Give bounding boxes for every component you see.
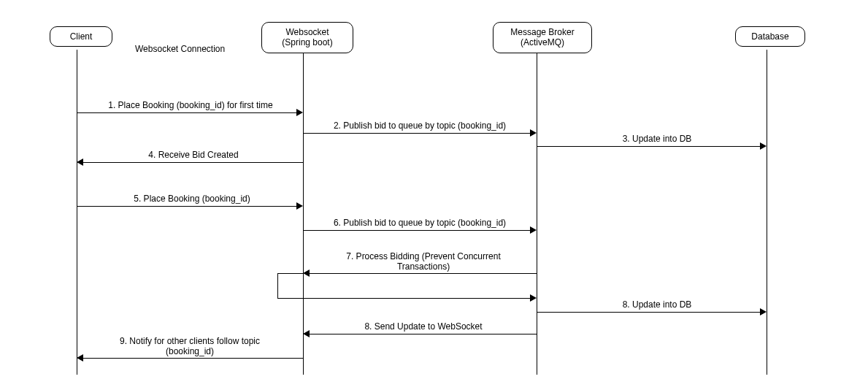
- msg-4-line: [83, 162, 303, 163]
- msg-1-arrow: [296, 109, 303, 116]
- msg-5-arrow: [296, 202, 303, 210]
- msg-8a-line: [537, 312, 760, 313]
- self-loop-vert: [277, 273, 278, 298]
- msg-6-label: 6. Publish bid to queue by topic (bookin…: [329, 218, 511, 228]
- msg-4-label: 4. Receive Bid Created: [146, 150, 241, 160]
- msg-3-arrow: [760, 142, 767, 150]
- lifeline-database: [767, 50, 767, 375]
- msg-1-label: 1. Place Booking (booking_id) for first …: [107, 100, 274, 110]
- lifeline-client: [77, 50, 77, 375]
- msg-7-label: 7. Process Bidding (Prevent Concurrent T…: [343, 251, 504, 272]
- lifeline-broker: [537, 53, 537, 375]
- msg-2-label: 2. Publish bid to queue by topic (bookin…: [329, 121, 511, 131]
- msg-7-arrow: [303, 269, 310, 277]
- msg-8b-label: 8. Send Update to WebSocket: [358, 321, 489, 332]
- msg-3-label: 3. Update into DB: [613, 134, 701, 144]
- msg-1-line: [77, 112, 296, 113]
- msg-7b-line: [303, 298, 530, 299]
- actor-websocket: Websocket (Spring boot): [261, 22, 353, 53]
- msg-2-line: [303, 133, 530, 134]
- msg-2-arrow: [530, 129, 537, 137]
- msg-9-arrow: [77, 354, 83, 362]
- msg-4-arrow: [77, 158, 83, 166]
- msg-8a-arrow: [760, 308, 767, 316]
- msg-5-line: [77, 206, 296, 207]
- msg-6-line: [303, 230, 530, 231]
- self-loop-top: [277, 273, 304, 274]
- msg-5-label: 5. Place Booking (booking_id): [130, 194, 254, 204]
- msg-9-line: [83, 358, 303, 359]
- msg-9-label: 9. Notify for other clients follow topic…: [106, 336, 274, 357]
- msg-8a-label: 8. Update into DB: [613, 299, 701, 310]
- msg-8b-arrow: [303, 330, 310, 337]
- actor-client: Client: [50, 26, 112, 47]
- self-loop-bottom: [277, 298, 304, 299]
- msg-7-line: [310, 273, 537, 274]
- connection-label: Websocket Connection: [135, 44, 225, 54]
- msg-7b-arrow: [530, 294, 537, 302]
- actor-database: Database: [735, 26, 805, 47]
- lifeline-websocket: [303, 53, 304, 375]
- actor-broker: Message Broker (ActiveMQ): [493, 22, 592, 53]
- sequence-diagram: Client Websocket (Spring boot) Message B…: [0, 0, 868, 390]
- msg-6-arrow: [530, 226, 537, 234]
- msg-8b-line: [310, 334, 537, 334]
- msg-3-line: [537, 146, 760, 147]
